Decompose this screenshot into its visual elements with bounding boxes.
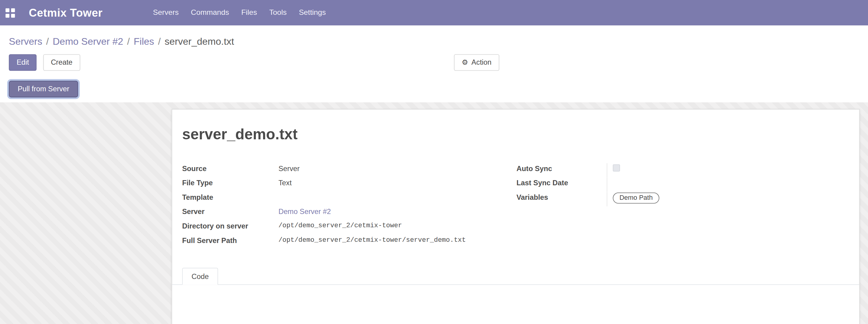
action-button[interactable]: ⚙ Action [454, 54, 499, 71]
field-value: /opt/demo_server_2/cetmix-tower [279, 221, 517, 231]
field-label: Variables [517, 192, 607, 202]
tab-code-content [172, 285, 859, 324]
notebook-tabs: Code [172, 268, 859, 285]
navbar-menus: Servers Commands Files Tools Settings [147, 0, 332, 25]
toolbar: Edit Create ⚙ Action [9, 54, 868, 71]
app-brand[interactable]: Cetmix Tower [29, 6, 102, 19]
breadcrumb-separator: / [127, 36, 130, 47]
left-field-column: Source Server File Type Text Template [182, 163, 517, 250]
menu-settings[interactable]: Settings [293, 0, 332, 25]
action-button-label: Action [471, 58, 492, 67]
field-value: /opt/demo_server_2/cetmix-tower/server_d… [279, 235, 517, 245]
field-source: Source Server [182, 163, 517, 178]
field-variables: Variables Demo Path [517, 192, 849, 206]
field-label: Full Server Path [182, 235, 278, 245]
field-value: Server [279, 163, 517, 173]
top-navbar: Cetmix Tower Servers Commands Files Tool… [0, 0, 868, 25]
field-label: Auto Sync [517, 163, 607, 173]
menu-tools[interactable]: Tools [263, 0, 293, 25]
breadcrumb-separator: / [158, 36, 161, 47]
field-full-server-path: Full Server Path /opt/demo_server_2/cetm… [182, 235, 517, 250]
create-button[interactable]: Create [43, 54, 81, 71]
apps-grid-square [5, 8, 9, 12]
action-menu-wrap: ⚙ Action [454, 54, 499, 71]
breadcrumb-current: server_demo.txt [164, 36, 234, 47]
field-last-sync-date: Last Sync Date [517, 178, 849, 192]
workflow-buttons: Pull from Server [9, 81, 868, 97]
tab-code[interactable]: Code [182, 268, 218, 285]
auto-sync-checkbox[interactable] [613, 164, 620, 172]
field-label: Template [182, 192, 278, 202]
field-label: Server [182, 206, 278, 217]
field-file-type: File Type Text [182, 178, 517, 192]
field-label: Source [182, 163, 278, 173]
gear-icon: ⚙ [462, 58, 468, 67]
menu-commands[interactable]: Commands [185, 0, 235, 25]
breadcrumb-servers[interactable]: Servers [9, 36, 42, 47]
form-sheet: server_demo.txt Source Server File Type … [172, 109, 860, 324]
server-link[interactable]: Demo Server #2 [279, 207, 331, 216]
menu-servers[interactable]: Servers [147, 0, 185, 25]
breadcrumb-separator: / [46, 36, 49, 47]
apps-grid-square [5, 13, 9, 18]
field-label: File Type [182, 178, 278, 188]
control-panel: Servers/Demo Server #2/Files/server_demo… [0, 25, 868, 102]
screen: Cetmix Tower Servers Commands Files Tool… [0, 0, 868, 324]
field-label: Directory on server [182, 221, 278, 231]
pull-from-server-button[interactable]: Pull from Server [9, 81, 78, 97]
edit-button[interactable]: Edit [9, 54, 37, 71]
field-template: Template [182, 192, 517, 206]
breadcrumb-demo-server[interactable]: Demo Server #2 [53, 36, 123, 47]
variable-tag: Demo Path [613, 193, 659, 204]
breadcrumb-files[interactable]: Files [134, 36, 154, 47]
field-groups: Source Server File Type Text Template [172, 163, 859, 250]
field-value: Text [279, 178, 517, 188]
content-area: server_demo.txt Source Server File Type … [0, 102, 868, 324]
apps-grid-square [11, 13, 15, 18]
breadcrumb: Servers/Demo Server #2/Files/server_demo… [0, 25, 868, 48]
field-value [279, 192, 517, 193]
field-label: Last Sync Date [517, 178, 607, 188]
apps-grid-icon[interactable] [5, 8, 15, 18]
menu-files[interactable]: Files [235, 0, 263, 25]
right-field-column: Auto Sync Last Sync Date Variables Demo … [517, 163, 849, 250]
field-directory-on-server: Directory on server /opt/demo_server_2/c… [182, 221, 517, 235]
field-server: Server Demo Server #2 [182, 206, 517, 221]
apps-grid-square [11, 8, 15, 12]
field-auto-sync: Auto Sync [517, 163, 849, 178]
field-value [607, 178, 849, 192]
record-title: server_demo.txt [182, 126, 849, 143]
